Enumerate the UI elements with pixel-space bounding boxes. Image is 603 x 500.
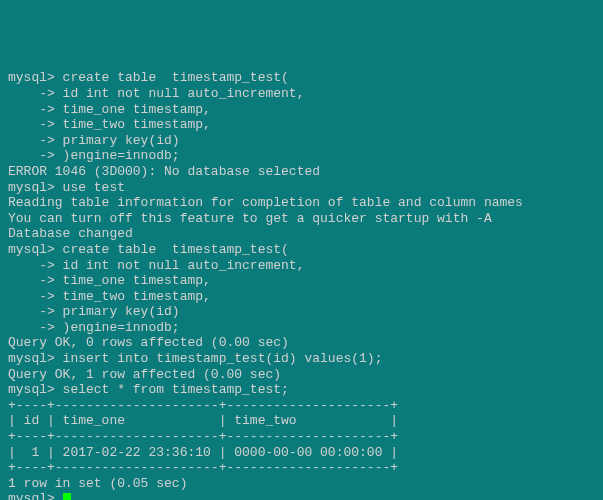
terminal-line: Database changed [8, 226, 595, 242]
terminal-line: mysql> create table timestamp_test( [8, 70, 595, 86]
terminal-line: Query OK, 1 row affected (0.00 sec) [8, 367, 595, 383]
terminal-text: -> time_two timestamp, [8, 289, 211, 304]
terminal-line: -> primary key(id) [8, 133, 595, 149]
terminal-text: -> )engine=innodb; [8, 148, 180, 163]
terminal-line: -> )engine=innodb; [8, 148, 595, 164]
terminal-line: mysql> create table timestamp_test( [8, 242, 595, 258]
terminal-line: -> time_one timestamp, [8, 273, 595, 289]
terminal-text: -> time_one timestamp, [8, 273, 211, 288]
terminal-text: mysql> select * from timestamp_test; [8, 382, 289, 397]
terminal-line: mysql> use test [8, 180, 595, 196]
terminal-text: mysql> [8, 491, 63, 500]
terminal-text: -> id int not null auto_increment, [8, 258, 304, 273]
terminal-line: -> primary key(id) [8, 304, 595, 320]
terminal-line: You can turn off this feature to get a q… [8, 211, 595, 227]
terminal-line: mysql> select * from timestamp_test; [8, 382, 595, 398]
terminal-line: | 1 | 2017-02-22 23:36:10 | 0000-00-00 0… [8, 445, 595, 461]
terminal-line: mysql> insert into timestamp_test(id) va… [8, 351, 595, 367]
cursor-block [63, 493, 71, 500]
terminal-text: 1 row in set (0.05 sec) [8, 476, 187, 491]
terminal-text: mysql> create table timestamp_test( [8, 70, 289, 85]
terminal-line: | id | time_one | time_two | [8, 413, 595, 429]
terminal-text: | id | time_one | time_two | [8, 413, 398, 428]
terminal-line: mysql> [8, 491, 595, 500]
terminal-text: -> id int not null auto_increment, [8, 86, 304, 101]
terminal-line: -> )engine=innodb; [8, 320, 595, 336]
terminal-line: -> time_one timestamp, [8, 102, 595, 118]
terminal-text: +----+---------------------+------------… [8, 398, 398, 413]
terminal-line: -> id int not null auto_increment, [8, 86, 595, 102]
terminal-output[interactable]: mysql> create table timestamp_test( -> i… [8, 70, 595, 500]
terminal-line: +----+---------------------+------------… [8, 429, 595, 445]
terminal-line: -> time_two timestamp, [8, 117, 595, 133]
terminal-line: +----+---------------------+------------… [8, 460, 595, 476]
terminal-text: -> primary key(id) [8, 304, 180, 319]
terminal-text: You can turn off this feature to get a q… [8, 211, 492, 226]
terminal-text: -> time_one timestamp, [8, 102, 211, 117]
terminal-text: Database changed [8, 226, 133, 241]
terminal-text: +----+---------------------+------------… [8, 429, 398, 444]
terminal-text: mysql> create table timestamp_test( [8, 242, 289, 257]
terminal-text: -> time_two timestamp, [8, 117, 211, 132]
terminal-text: mysql> insert into timestamp_test(id) va… [8, 351, 382, 366]
terminal-line: -> id int not null auto_increment, [8, 258, 595, 274]
terminal-text: ERROR 1046 (3D000): No database selected [8, 164, 320, 179]
terminal-line: -> time_two timestamp, [8, 289, 595, 305]
terminal-text: -> )engine=innodb; [8, 320, 180, 335]
terminal-line: Query OK, 0 rows affected (0.00 sec) [8, 335, 595, 351]
terminal-line: ERROR 1046 (3D000): No database selected [8, 164, 595, 180]
terminal-line: +----+---------------------+------------… [8, 398, 595, 414]
terminal-line: Reading table information for completion… [8, 195, 595, 211]
terminal-text: Query OK, 0 rows affected (0.00 sec) [8, 335, 289, 350]
terminal-text: | 1 | 2017-02-22 23:36:10 | 0000-00-00 0… [8, 445, 398, 460]
terminal-line: 1 row in set (0.05 sec) [8, 476, 595, 492]
terminal-text: mysql> use test [8, 180, 125, 195]
terminal-text: -> primary key(id) [8, 133, 180, 148]
terminal-text: Query OK, 1 row affected (0.00 sec) [8, 367, 281, 382]
terminal-text: Reading table information for completion… [8, 195, 523, 210]
terminal-text: +----+---------------------+------------… [8, 460, 398, 475]
